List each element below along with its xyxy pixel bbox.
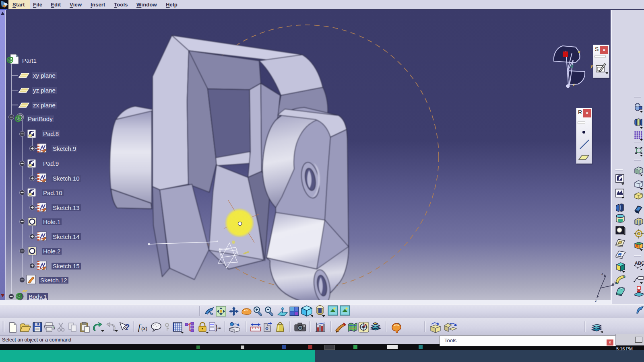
svg-text:}: }: [215, 323, 218, 331]
svg-text:x: x: [601, 271, 604, 276]
svg-text:?: ?: [125, 323, 130, 331]
svg-text:(x): (x): [141, 325, 147, 331]
svg-text:ABC: ABC: [635, 261, 644, 265]
svg-text:z: z: [595, 298, 597, 302]
svg-text:y: y: [590, 64, 593, 68]
svg-text:=: =: [218, 325, 221, 331]
svg-text:y: y: [614, 280, 617, 285]
svg-text:x: x: [578, 49, 581, 54]
svg-text:z: z: [572, 82, 575, 87]
